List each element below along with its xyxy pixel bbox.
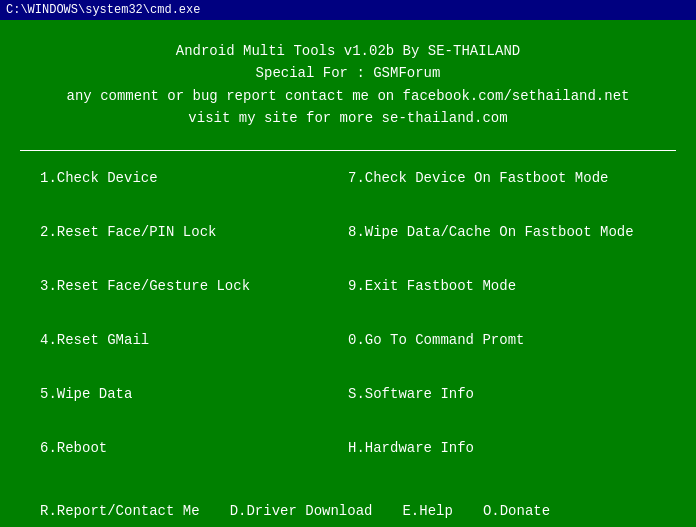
menu-section: 1.Check Device 7.Check Device On Fastboo… xyxy=(0,161,696,493)
menu-item-1[interactable]: 1.Check Device xyxy=(40,166,348,218)
bottom-item-r[interactable]: R.Report/Contact Me xyxy=(40,503,200,519)
bottom-item-o[interactable]: O.Donate xyxy=(483,503,550,519)
header-line2: Special For : GSMForum xyxy=(40,62,656,84)
menu-item-7[interactable]: 7.Check Device On Fastboot Mode xyxy=(348,166,656,218)
menu-item-8[interactable]: 8.Wipe Data/Cache On Fastboot Mode xyxy=(348,220,656,272)
bottom-item-e[interactable]: E.Help xyxy=(402,503,452,519)
title-bar-label: C:\WINDOWS\system32\cmd.exe xyxy=(6,3,200,17)
menu-item-0[interactable]: 0.Go To Command Promt xyxy=(348,328,656,380)
main-window: Android Multi Tools v1.02b By SE-THAILAN… xyxy=(0,20,696,527)
header-line3: any comment or bug report contact me on … xyxy=(40,85,656,107)
title-bar: C:\WINDOWS\system32\cmd.exe xyxy=(0,0,696,20)
menu-item-4[interactable]: 4.Reset GMail xyxy=(40,328,348,380)
header-line1: Android Multi Tools v1.02b By SE-THAILAN… xyxy=(40,40,656,62)
bottom-item-d[interactable]: D.Driver Download xyxy=(230,503,373,519)
menu-item-2[interactable]: 2.Reset Face/PIN Lock xyxy=(40,220,348,272)
header-line4: visit my site for more se-thailand.com xyxy=(40,107,656,129)
header-section: Android Multi Tools v1.02b By SE-THAILAN… xyxy=(0,20,696,140)
divider xyxy=(20,150,676,151)
bottom-menu: R.Report/Contact Me D.Driver Download E.… xyxy=(0,493,696,527)
menu-item-3[interactable]: 3.Reset Face/Gesture Lock xyxy=(40,274,348,326)
menu-item-h[interactable]: H.Hardware Info xyxy=(348,436,656,488)
menu-item-6[interactable]: 6.Reboot xyxy=(40,436,348,488)
menu-item-s[interactable]: S.Software Info xyxy=(348,382,656,434)
menu-item-5[interactable]: 5.Wipe Data xyxy=(40,382,348,434)
menu-item-9[interactable]: 9.Exit Fastboot Mode xyxy=(348,274,656,326)
